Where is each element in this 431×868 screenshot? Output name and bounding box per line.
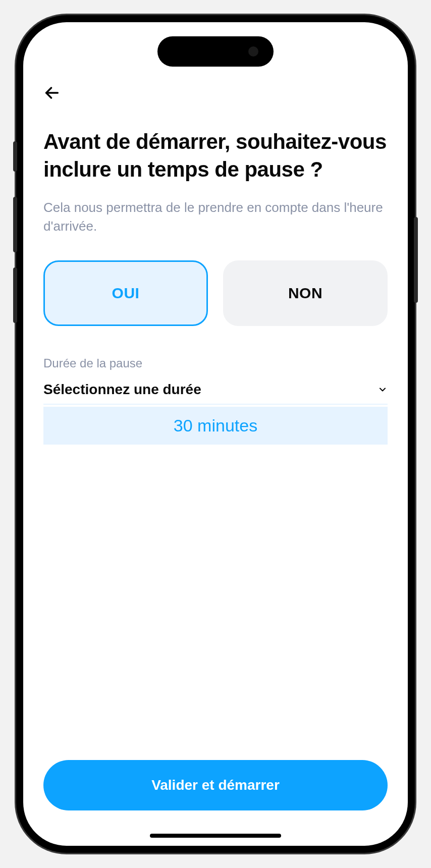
option-no-button[interactable]: NON xyxy=(223,260,388,326)
dynamic-island xyxy=(157,36,274,67)
validate-start-label: Valider et démarrer xyxy=(151,777,280,793)
option-yes-button[interactable]: OUI xyxy=(43,260,208,326)
volume-up-button xyxy=(13,197,17,252)
screen-content: Avant de démarrer, souhaitez-vous inclur… xyxy=(23,22,408,846)
option-row: OUI NON xyxy=(43,260,388,326)
page-subtitle: Cela nous permettra de le prendre en com… xyxy=(43,198,388,235)
home-indicator[interactable] xyxy=(150,834,281,838)
duration-label: Durée de la pause xyxy=(43,356,388,370)
page-title: Avant de démarrer, souhaitez-vous inclur… xyxy=(43,128,388,183)
back-button[interactable] xyxy=(43,83,64,103)
chevron-down-icon xyxy=(378,385,388,395)
duration-select[interactable]: Sélectionnez une durée xyxy=(43,382,388,405)
duration-select-text: Sélectionnez une durée xyxy=(43,382,201,398)
option-yes-label: OUI xyxy=(112,285,140,302)
arrow-left-icon xyxy=(43,84,61,101)
phone-frame: Avant de démarrer, souhaitez-vous inclur… xyxy=(16,15,415,853)
spacer xyxy=(43,445,388,760)
duration-option[interactable]: 30 minutes xyxy=(43,407,388,445)
phone-screen: Avant de démarrer, souhaitez-vous inclur… xyxy=(23,22,408,846)
validate-start-button[interactable]: Valider et démarrer xyxy=(43,760,388,810)
power-button xyxy=(414,217,418,303)
volume-down-button xyxy=(13,267,17,323)
option-no-label: NON xyxy=(288,285,322,302)
side-button xyxy=(13,141,17,172)
